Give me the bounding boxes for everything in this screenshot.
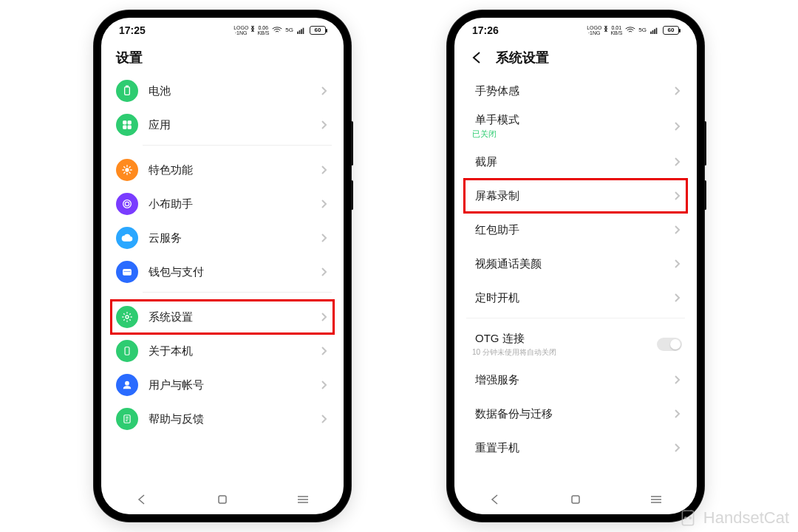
- system-item-schedule[interactable]: 定时开机: [466, 281, 685, 315]
- nav-back-button[interactable]: [480, 491, 510, 508]
- system-item-redpacket[interactable]: 红包助手: [466, 213, 685, 247]
- settings-item-system[interactable]: 系统设置: [113, 300, 332, 334]
- chevron-right-icon: [318, 312, 329, 322]
- side-button: [351, 180, 353, 210]
- phone-frame-left: 17:25 LOGO·1NG ⁑ 0.06KB/S 5G 60 设置 电池应用特…: [94, 10, 351, 522]
- settings-item-assistant[interactable]: 小布助手: [113, 187, 332, 221]
- page-title: 设置: [101, 43, 344, 74]
- svg-point-12: [125, 202, 129, 205]
- chevron-right-icon: [672, 121, 682, 132]
- chevron-right-icon: [318, 414, 329, 424]
- system-item-enhance[interactable]: 增强服务: [466, 363, 685, 397]
- chevron-right-icon: [672, 375, 682, 385]
- chevron-right-icon: [672, 259, 682, 269]
- settings-item-label: 云服务: [149, 231, 318, 245]
- settings-item-label: 关于本机: [149, 344, 318, 358]
- wallet-icon: [116, 261, 138, 283]
- chevron-right-icon: [672, 191, 682, 201]
- wifi-icon: [625, 27, 635, 34]
- svg-rect-0: [297, 32, 299, 34]
- system-item-screenshot[interactable]: 截屏: [466, 145, 685, 179]
- status-bar: 17:26 LOGO·1NG ⁑ 0.01KB/S 5G 60: [454, 18, 697, 43]
- status-indicators: LOGO·1NG ⁑ 0.01KB/S 5G 60: [587, 25, 679, 35]
- svg-point-17: [126, 381, 129, 385]
- nav-home-button[interactable]: [208, 491, 237, 508]
- gear-icon: [116, 306, 138, 328]
- screen-right: 17:26 LOGO·1NG ⁑ 0.01KB/S 5G 60 系统设置 手势体…: [454, 18, 697, 514]
- watermark: HandsetCat: [678, 508, 789, 528]
- battery-icon: 60: [310, 26, 326, 35]
- svg-rect-9: [128, 126, 131, 129]
- nav-home-button[interactable]: [561, 491, 590, 508]
- svg-rect-6: [123, 121, 126, 124]
- svg-rect-19: [219, 496, 226, 503]
- system-item-videocall[interactable]: 视频通话美颜: [466, 247, 685, 281]
- chevron-right-icon: [318, 199, 329, 209]
- nav-bar: [454, 485, 697, 514]
- settings-item-help[interactable]: 帮助与反馈: [113, 402, 332, 436]
- cloud-icon: [116, 227, 138, 249]
- settings-item-wallet[interactable]: 钱包与支付: [113, 255, 332, 289]
- settings-item-label: 系统设置: [149, 310, 318, 324]
- battery-icon: [116, 80, 138, 102]
- system-item-label: 屏幕录制: [475, 189, 672, 203]
- status-time: 17:26: [472, 24, 499, 36]
- system-item-label: 截屏: [475, 155, 672, 169]
- toggle-switch[interactable]: [657, 338, 682, 351]
- system-item-backup[interactable]: 数据备份与迁移: [466, 397, 685, 431]
- signal-icon: [649, 27, 660, 34]
- settings-item-label: 帮助与反馈: [149, 412, 318, 426]
- svg-point-32: [684, 517, 686, 519]
- chevron-right-icon: [672, 293, 682, 303]
- settings-item-label: 电池: [149, 84, 318, 98]
- svg-rect-27: [572, 496, 579, 503]
- nav-recent-button[interactable]: [641, 491, 671, 508]
- svg-rect-31: [682, 511, 693, 525]
- system-item-label: 红包助手: [475, 223, 672, 237]
- status-bar: 17:25 LOGO·1NG ⁑ 0.06KB/S 5G 60: [101, 18, 344, 43]
- settings-item-features[interactable]: 特色功能: [113, 153, 332, 187]
- settings-item-label: 特色功能: [149, 163, 318, 177]
- nav-back-button[interactable]: [127, 491, 157, 508]
- chevron-right-icon: [672, 409, 682, 419]
- settings-item-about[interactable]: 关于本机: [113, 334, 332, 368]
- system-item-onehand[interactable]: 单手模式已关闭: [466, 108, 685, 145]
- system-item-label: 手势体感: [475, 84, 672, 98]
- screen-left: 17:25 LOGO·1NG ⁑ 0.06KB/S 5G 60 设置 电池应用特…: [101, 18, 344, 514]
- svg-rect-4: [125, 87, 130, 95]
- side-button: [704, 180, 706, 210]
- phone-frame-right: 17:26 LOGO·1NG ⁑ 0.01KB/S 5G 60 系统设置 手势体…: [447, 10, 704, 522]
- chevron-right-icon: [318, 165, 329, 175]
- status-time: 17:25: [119, 24, 146, 36]
- side-button: [351, 121, 353, 166]
- system-item-record[interactable]: 屏幕录制: [466, 179, 685, 213]
- signal-icon: [296, 27, 307, 34]
- svg-rect-7: [128, 121, 131, 124]
- grid-icon: [116, 114, 138, 136]
- settings-item-users[interactable]: 用户与帐号: [113, 368, 332, 402]
- status-indicators: LOGO·1NG ⁑ 0.06KB/S 5G 60: [233, 25, 326, 35]
- star-icon: [116, 159, 138, 181]
- svg-rect-23: [650, 32, 652, 34]
- settings-item-cloud[interactable]: 云服务: [113, 221, 332, 255]
- svg-rect-24: [652, 30, 654, 34]
- system-item-otg[interactable]: OTG 连接10 分钟未使用将自动关闭: [466, 326, 685, 363]
- system-item-label: 重置手机: [475, 441, 672, 455]
- settings-item-apps[interactable]: 应用: [113, 108, 332, 142]
- system-item-label: OTG 连接: [475, 332, 657, 346]
- settings-item-battery[interactable]: 电池: [113, 74, 332, 108]
- settings-item-label: 钱包与支付: [149, 265, 318, 279]
- system-item-gesture[interactable]: 手势体感: [466, 74, 685, 108]
- back-button[interactable]: [469, 50, 485, 66]
- settings-item-label: 小布助手: [149, 197, 318, 211]
- settings-item-label: 用户与帐号: [149, 378, 318, 392]
- wifi-icon: [272, 27, 282, 34]
- system-item-reset[interactable]: 重置手机: [466, 431, 685, 465]
- settings-list[interactable]: 电池应用特色功能小布助手云服务钱包与支付系统设置关于本机用户与帐号帮助与反馈: [101, 74, 344, 485]
- help-icon: [116, 408, 138, 430]
- system-settings-list[interactable]: 手势体感单手模式已关闭截屏屏幕录制红包助手视频通话美颜定时开机OTG 连接10 …: [454, 74, 697, 485]
- svg-rect-8: [123, 126, 126, 129]
- svg-rect-2: [301, 29, 302, 34]
- system-item-sublabel: 10 分钟未使用将自动关闭: [472, 347, 657, 358]
- nav-recent-button[interactable]: [288, 491, 318, 508]
